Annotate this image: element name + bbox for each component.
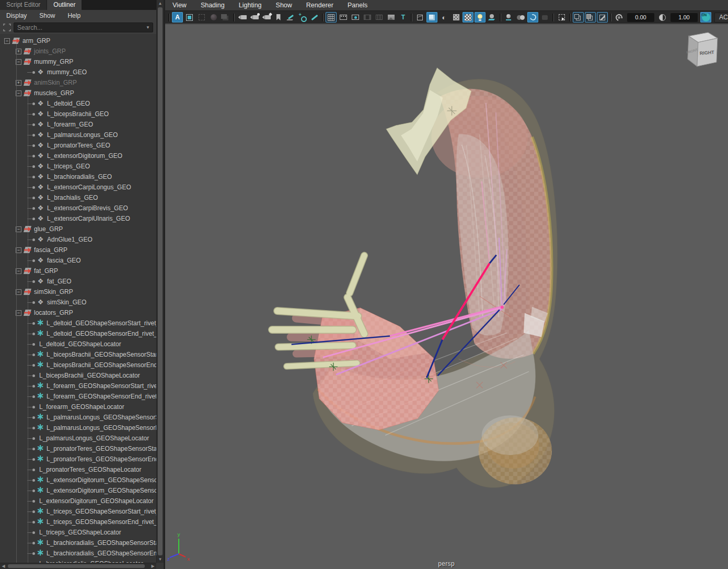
tree-item-L_palmarusLongus_GEOShapeSensorEnd_rivet_loc[interactable]: L_palmarusLongus_GEOShapeSensorEnd_rivet… bbox=[0, 423, 164, 433]
mesh-node-icon[interactable] bbox=[37, 131, 44, 139]
mesh-node-icon[interactable] bbox=[37, 152, 44, 160]
mesh-node-icon[interactable] bbox=[37, 194, 44, 202]
group-node-icon[interactable] bbox=[24, 247, 31, 253]
mesh-node-icon[interactable] bbox=[37, 162, 44, 170]
group-node-icon[interactable] bbox=[24, 79, 31, 86]
search-input[interactable] bbox=[14, 24, 143, 31]
rivet-node-icon[interactable] bbox=[37, 361, 44, 369]
tree-item-fat_GEO[interactable]: fat_GEO bbox=[0, 276, 164, 287]
xray-icon[interactable] bbox=[573, 12, 584, 22]
group-node-icon[interactable] bbox=[24, 59, 31, 65]
antialias-swirl-icon[interactable] bbox=[527, 12, 538, 22]
tree-item-L_palmarusLongus_GEOShapeLocator[interactable]: L_palmarusLongus_GEOShapeLocator bbox=[0, 433, 164, 443]
vp-menu-lighting[interactable]: Lighting bbox=[239, 2, 262, 9]
group-node-icon[interactable] bbox=[24, 289, 31, 295]
scroll-down-icon[interactable]: ▼ bbox=[157, 556, 164, 563]
mesh-node-icon[interactable] bbox=[37, 110, 44, 118]
tree-item-L_extensorCarpiBrevis_GEO[interactable]: L_extensorCarpiBrevis_GEO bbox=[0, 203, 164, 213]
film-gate-icon[interactable] bbox=[338, 12, 349, 22]
depth-of-field-icon[interactable] bbox=[539, 12, 550, 22]
tree-item-L_triceps_GEOShapeSensorEnd_rivet_loc[interactable]: L_triceps_GEOShapeSensorEnd_rivet_loc bbox=[0, 517, 164, 527]
vp-menu-panels[interactable]: Panels bbox=[348, 2, 367, 9]
tree-item-L_brachialis_GEO[interactable]: L_brachialis_GEO bbox=[0, 192, 164, 203]
tree-item-animSkin_GRP[interactable]: +animSkin_GRP bbox=[0, 77, 164, 88]
contrast-icon[interactable] bbox=[657, 12, 668, 22]
vp-menu-renderer[interactable]: Renderer bbox=[306, 2, 333, 9]
group-node-icon[interactable] bbox=[24, 310, 31, 316]
dashed-region-icon[interactable] bbox=[196, 12, 207, 22]
vertical-scroll-thumb[interactable] bbox=[158, 7, 163, 555]
tree-item-L_forearm_GEOShapeSensorEnd_rivet_loc[interactable]: L_forearm_GEOShapeSensorEnd_rivet_loc bbox=[0, 391, 164, 402]
exposure-icon[interactable] bbox=[614, 12, 625, 22]
tree-item-L_forearm_GEOShapeLocator[interactable]: L_forearm_GEOShapeLocator bbox=[0, 402, 164, 412]
tree-item-L_pronatorTeres_GEOShapeSensorEnd_rivet_loc[interactable]: L_pronatorTeres_GEOShapeSensorEnd_rivet_… bbox=[0, 454, 164, 464]
rivet-node-icon[interactable] bbox=[37, 455, 44, 463]
search-dropdown-icon[interactable]: ▼ bbox=[143, 25, 153, 30]
gate-mask-icon[interactable] bbox=[362, 12, 373, 22]
textured-icon[interactable] bbox=[450, 12, 461, 22]
render-sphere-icon[interactable] bbox=[208, 12, 219, 22]
tree-item-glue_GRP[interactable]: −glue_GRP bbox=[0, 224, 164, 234]
tree-item-L_triceps_GEO[interactable]: L_triceps_GEO bbox=[0, 161, 164, 172]
mesh-node-icon[interactable] bbox=[37, 68, 44, 76]
tree-item-L_pronatorTeres_GEOShapeSensorStart_rivet_loc[interactable]: L_pronatorTeres_GEOShapeSensorStart_rive… bbox=[0, 443, 164, 454]
rivet-node-icon[interactable] bbox=[37, 319, 44, 327]
tree-item-L_bicepsBrachii_GEOShapeSensorEnd_rivet_loc[interactable]: L_bicepsBrachii_GEOShapeSensorEnd_rivet_… bbox=[0, 360, 164, 370]
rivet-node-icon[interactable] bbox=[37, 486, 44, 495]
mesh-node-icon[interactable] bbox=[37, 204, 44, 212]
lights-icon[interactable] bbox=[475, 12, 486, 22]
camera-attributes-icon[interactable] bbox=[261, 12, 272, 22]
checker-icon[interactable] bbox=[463, 12, 473, 22]
tab-outliner[interactable]: Outliner bbox=[47, 0, 82, 10]
gamma-field[interactable]: 1.00 bbox=[671, 13, 698, 22]
tree-item-AdnGlue1_GEO[interactable]: AdnGlue1_GEO bbox=[0, 234, 164, 245]
select-camera-icon[interactable] bbox=[237, 12, 248, 22]
tree-item-L_forearm_GEO[interactable]: L_forearm_GEO bbox=[0, 119, 164, 130]
field-chart-icon[interactable] bbox=[374, 12, 385, 22]
rivet-node-icon[interactable] bbox=[37, 549, 44, 557]
motion-blur-icon[interactable] bbox=[515, 12, 526, 22]
xray-active-icon[interactable] bbox=[597, 12, 608, 22]
rivet-node-icon[interactable] bbox=[37, 350, 44, 359]
mesh-node-icon[interactable] bbox=[37, 99, 44, 108]
tree-item-fat_GRP[interactable]: −fat_GRP bbox=[0, 266, 164, 276]
tree-item-L_extensorDigitorum_GEO[interactable]: L_extensorDigitorum_GEO bbox=[0, 151, 164, 161]
pan-zoom-icon[interactable] bbox=[297, 12, 308, 22]
tree-item-L_brachioradialis_GEOShapeSensorStart_rivet_loc[interactable]: L_brachioradialis_GEOShapeSensorStart_ri… bbox=[0, 538, 164, 548]
rivet-node-icon[interactable] bbox=[37, 507, 44, 516]
tree-item-L_triceps_GEOShapeSensorStart_rivet_loc[interactable]: L_triceps_GEOShapeSensorStart_rivet_loc bbox=[0, 506, 164, 517]
scroll-right-icon[interactable]: ▶ bbox=[149, 563, 156, 569]
frame-region-icon[interactable] bbox=[184, 12, 195, 22]
rivet-node-icon[interactable] bbox=[37, 392, 44, 401]
outliner-horizontal-scrollbar[interactable]: ◀ ▶ bbox=[0, 563, 156, 569]
bookmark-icon[interactable] bbox=[273, 12, 284, 22]
menu-display[interactable]: Display bbox=[6, 12, 27, 19]
tree-item-L_triceps_GEOShapeLocator[interactable]: L_triceps_GEOShapeLocator bbox=[0, 527, 164, 538]
tree-item-L_deltoid_GEOShapeLocator[interactable]: L_deltoid_GEOShapeLocator bbox=[0, 339, 164, 349]
mesh-node-icon[interactable] bbox=[37, 214, 44, 223]
viewport-canvas[interactable]: RIGHT FRONT y z x persp bbox=[165, 24, 728, 569]
material-override-icon[interactable]: ◐ bbox=[438, 12, 449, 22]
tree-item-fascia_GEO[interactable]: fascia_GEO bbox=[0, 255, 164, 266]
rivet-node-icon[interactable] bbox=[37, 476, 44, 484]
rivet-node-icon[interactable] bbox=[37, 445, 44, 453]
tree-item-L_palmarusLongus_GEOShapeSensorStart_rivet_loc[interactable]: L_palmarusLongus_GEOShapeSensorStart_riv… bbox=[0, 412, 164, 423]
tree-item-L_pronatorTeres_GEOShapeLocator[interactable]: L_pronatorTeres_GEOShapeLocator bbox=[0, 464, 164, 475]
tree-item-mummy_GEO[interactable]: mummy_GEO bbox=[0, 67, 164, 77]
mesh-node-icon[interactable] bbox=[37, 141, 44, 150]
group-node-icon[interactable] bbox=[24, 90, 31, 96]
tab-script-editor[interactable]: Script Editor bbox=[0, 0, 47, 10]
vp-menu-shading[interactable]: Shading bbox=[201, 2, 225, 9]
shadows-icon[interactable] bbox=[487, 12, 498, 22]
tree-item-joints_GRP[interactable]: +joints_GRP bbox=[0, 46, 164, 56]
tree-item-L_bicepsBrachii_GEOShapeSensorStart_rivet_loc[interactable]: L_bicepsBrachii_GEOShapeSensorStart_rive… bbox=[0, 349, 164, 360]
tree-item-L_brachioradialis_GEO[interactable]: L_brachioradialis_GEO bbox=[0, 172, 164, 182]
outliner-vertical-scrollbar[interactable]: ▲ ▼ bbox=[156, 0, 164, 563]
tree-item-L_extensorDigitorum_GEOShapeSensorStart_rivet_loc[interactable]: L_extensorDigitorum_GEOShapeSensorStart_… bbox=[0, 475, 164, 485]
tree-item-L_palmarusLongus_GEO[interactable]: L_palmarusLongus_GEO bbox=[0, 130, 164, 140]
filter-selection-icon[interactable] bbox=[2, 23, 11, 32]
view-transform-select[interactable]: ACES 1.0 SDR-video (sRGB)▼ bbox=[714, 13, 728, 22]
menu-show[interactable]: Show bbox=[39, 12, 55, 19]
rivet-node-icon[interactable] bbox=[37, 539, 44, 547]
group-node-icon[interactable] bbox=[24, 48, 31, 54]
